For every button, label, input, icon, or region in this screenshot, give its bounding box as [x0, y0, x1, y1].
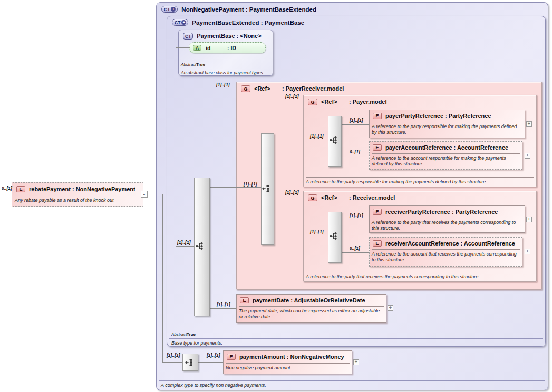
element-icon: E — [373, 240, 382, 247]
attribute-type: : ID — [227, 45, 236, 51]
element-box-receiverpartyreference[interactable]: E receiverPartyReference : PartyReferenc… — [369, 205, 525, 233]
group-footer-text: A reference to the party that receives t… — [306, 274, 534, 280]
divider — [226, 363, 350, 364]
connector-line — [342, 220, 369, 220]
element-icon: E — [227, 354, 236, 360]
connector-line — [210, 187, 261, 188]
group-footer-text: A reference to the party responsible for… — [306, 179, 534, 185]
divider — [169, 330, 543, 330]
expand-button-paymentdate[interactable]: + — [388, 305, 393, 311]
connector-line — [176, 246, 194, 247]
group-header: G <Ref> : PayerReceiver.model — [241, 85, 344, 92]
element-header: E payerAccountReference : AccountReferen… — [373, 144, 508, 151]
expand-button-payeraccountreference[interactable]: + — [525, 153, 530, 159]
group-header: G <Ref> : Receiver.model — [308, 194, 395, 201]
element-header: E receiverPartyReference : PartyReferenc… — [373, 208, 498, 215]
sequence-icon — [330, 135, 337, 145]
element-icon: E — [373, 113, 382, 119]
group-type: : Payer.model — [349, 99, 387, 105]
group-header: G <Ref> : Payer.model — [308, 98, 387, 105]
element-icon: E — [373, 144, 382, 151]
connector-line — [162, 362, 183, 363]
expand-button-receiveraccountreference[interactable]: + — [525, 249, 530, 254]
element-description: A reference to the account that receives… — [372, 251, 520, 263]
abstract-label: Abstract — [171, 332, 187, 337]
cardinality-label: [1]..[1] — [310, 133, 324, 139]
sequence-icon — [196, 241, 204, 251]
connector-line — [274, 140, 328, 140]
divider — [372, 122, 522, 122]
divider — [372, 153, 520, 154]
attribute-id[interactable]: A id : ID — [189, 42, 266, 53]
complextype-header: CT+ PaymentBaseExtended : PaymentBase — [172, 18, 304, 26]
element-box-payerpartyreference[interactable]: E payerPartyReference : PartyReference A… — [369, 110, 525, 138]
element-description: A reference to the party responsible for… — [372, 124, 522, 135]
element-title: rebatePayment : NonNegativePayment — [29, 186, 135, 192]
connector-line — [342, 124, 369, 125]
complextype-title: PaymentBase : <None> — [197, 33, 261, 39]
group-icon: G — [308, 99, 317, 105]
divider — [372, 249, 520, 250]
group-icon: G — [241, 85, 250, 92]
cardinality-label: [1]..[1] — [207, 352, 220, 358]
complextype-footer-text: A complex type to specify non negative p… — [161, 383, 540, 388]
element-box-paymentamount[interactable]: E paymentAmount : NonNegativeMoney Non n… — [223, 350, 352, 374]
abstract-label: Abstract — [181, 62, 196, 67]
complextype-header: CT PaymentBase : <None> — [183, 32, 262, 40]
divider — [180, 68, 270, 68]
expand-button-paymentamount[interactable]: + — [353, 359, 359, 365]
element-box-receiveraccountreference[interactable]: E receiverAccountReference : AccountRefe… — [369, 237, 522, 267]
group-icon: G — [308, 194, 317, 201]
divider — [372, 218, 522, 218]
cardinality-label: [1]..[1] — [285, 190, 299, 195]
abstract-value: True — [196, 62, 205, 67]
element-description: The payment date, which can be expressed… — [239, 308, 383, 320]
abstract-value: True — [187, 332, 196, 337]
element-title: paymentAmount : NonNegativeMoney — [239, 354, 344, 360]
group-type: : Receiver.model — [349, 194, 395, 201]
element-box-payeraccountreference[interactable]: E payerAccountReference : AccountReferen… — [369, 141, 522, 170]
complextype-footer-text: An abstract base class for payment types… — [181, 70, 272, 76]
complextype-title: NonNegativePayment : PaymentBaseExtended — [181, 6, 316, 13]
expand-button-payerpartyreference[interactable]: + — [526, 121, 532, 127]
collapse-button-rebatepayment[interactable]: - — [141, 191, 148, 198]
connector-line — [176, 47, 190, 48]
complextype-title: PaymentBaseExtended : PaymentBase — [192, 19, 304, 26]
expand-button-receiverpartyreference[interactable]: + — [526, 217, 532, 222]
element-icon: E — [240, 297, 249, 303]
element-box-rebatepayment[interactable]: E rebatePayment : NonNegativePayment Any… — [12, 182, 143, 207]
cardinality-label: [1]..[1] — [167, 352, 180, 358]
connector-line — [162, 194, 163, 362]
connector-line — [148, 194, 167, 194]
connector-line — [176, 47, 176, 246]
complextype-plus-icon: CT+ — [172, 19, 188, 26]
element-icon: E — [373, 209, 382, 215]
cardinality-label: [1]..[1] — [310, 229, 324, 234]
element-description: Non negative payment amount. — [226, 365, 350, 371]
group-type: : PayerReceiver.model — [282, 85, 344, 92]
attribute-name: id — [206, 45, 210, 51]
element-title: payerPartyReference : PartyReference — [385, 113, 491, 119]
element-box-paymentdate[interactable]: E paymentDate : AdjustableOrRelativeDate… — [236, 294, 386, 323]
cardinality-label: [1]..[1] — [244, 181, 257, 187]
connector-line — [198, 362, 223, 363]
sequence-icon — [330, 231, 337, 241]
cardinality-label: [1]..[1] — [350, 117, 363, 123]
cardinality-label: 0..[1] — [350, 246, 360, 251]
cardinality-label: [1]..[1] — [216, 82, 230, 87]
element-description: Any rebate payable as a result of the kn… — [15, 198, 141, 203]
element-title: payerAccountReference : AccountReference — [385, 144, 508, 151]
element-title: paymentDate : AdjustableOrRelativeDate — [253, 297, 365, 303]
schema-diagram: CT+ NonNegativePayment : PaymentBaseExte… — [0, 0, 552, 392]
sequence-icon — [185, 358, 193, 367]
element-title: receiverAccountReference : AccountRefere… — [385, 240, 515, 247]
element-header: E payerPartyReference : PartyReference — [373, 112, 491, 119]
element-title: receiverPartyReference : PartyReference — [385, 209, 498, 215]
complextype-header: CT+ NonNegativePayment : PaymentBaseExte… — [161, 5, 316, 13]
connector-line — [274, 236, 328, 236]
cardinality-label: [1]..[1] — [177, 240, 191, 245]
divider — [169, 338, 543, 339]
cardinality-label: 0..[1] — [350, 149, 360, 154]
element-icon: E — [16, 186, 25, 192]
cardinality-label: 0..[1] — [2, 185, 12, 191]
